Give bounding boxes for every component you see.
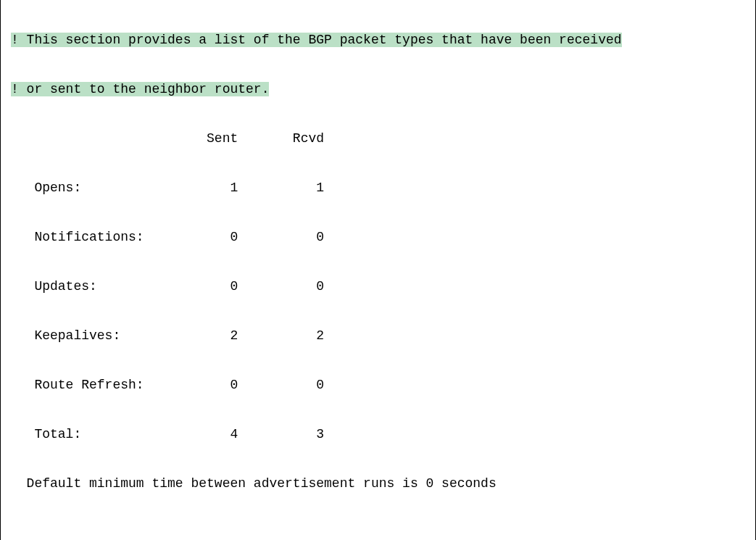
row-opens: Opens: 1 1 [11,175,745,200]
comment-line: ! or sent to the neighbor router. [11,77,745,101]
comment-highlight: ! or sent to the neighbor router. [11,82,269,96]
table-header: Sent Rcvd [11,126,745,151]
blank-line [11,520,745,540]
row-updates: Updates: 0 0 [11,274,745,299]
min-time-line: Default minimum time between advertiseme… [11,471,745,496]
row-total: Total: 4 3 [11,422,745,446]
row-keepalives: Keepalives: 2 2 [11,323,745,348]
row-route-refresh: Route Refresh: 0 0 [11,373,745,397]
cli-output-page: ! This section provides a list of the BG… [0,0,756,540]
comment-line: ! This section provides a list of the BG… [11,28,745,52]
row-notifications: Notifications: 0 0 [11,225,745,249]
comment-highlight: ! This section provides a list of the BG… [11,33,622,47]
